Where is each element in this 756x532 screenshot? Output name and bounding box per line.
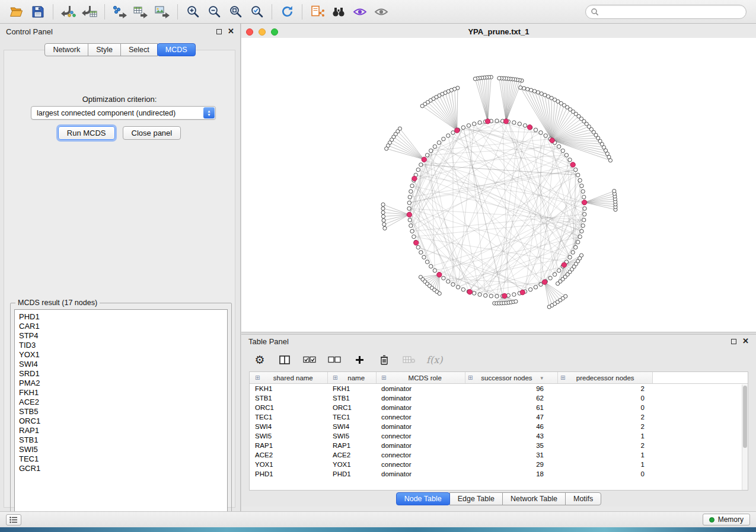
mcds-result-item[interactable]: FKH1 <box>15 388 227 398</box>
mcds-result-item[interactable]: STB5 <box>15 407 227 416</box>
tab-motifs[interactable]: Motifs <box>565 492 601 505</box>
column-header-MCDS-role[interactable]: ⊞MCDS role <box>377 372 465 383</box>
add-column-button[interactable] <box>352 352 367 367</box>
tab-network[interactable]: Network <box>44 43 88 56</box>
table-row[interactable]: ORC1ORC1dominator610 <box>250 403 748 412</box>
mcds-result-item[interactable]: SWI4 <box>15 360 227 369</box>
table-row[interactable]: STB1STB1dominator620 <box>250 393 748 403</box>
memory-button[interactable]: Memory <box>703 514 750 525</box>
show-columns-button[interactable] <box>277 352 292 367</box>
column-type-icon: ⊞ <box>468 374 473 381</box>
open-file-button[interactable] <box>6 2 27 21</box>
run-mcds-button[interactable]: Run MCDS <box>58 126 115 140</box>
close-panel-icon[interactable]: ✕ <box>228 28 234 34</box>
mcds-result-item[interactable]: TID3 <box>15 341 227 350</box>
export-network-icon <box>113 5 127 18</box>
mcds-result-list[interactable]: PHD1CAR1STP4TID3YOX1SWI4SRD1PMA2FKH1ACE2… <box>14 309 228 518</box>
search-input[interactable] <box>602 8 741 16</box>
import-network-from-file-button[interactable] <box>58 2 79 21</box>
table-cell: connector <box>377 450 465 460</box>
network-graph[interactable] <box>241 38 756 332</box>
mcds-result-item[interactable]: STB1 <box>15 435 227 445</box>
export-image-button[interactable] <box>152 2 173 21</box>
close-table-panel-icon[interactable]: ✕ <box>742 338 749 344</box>
mcds-result-item[interactable]: ORC1 <box>15 416 227 426</box>
column-header-label: MCDS role <box>387 374 462 382</box>
column-type-icon: ⊞ <box>381 374 386 381</box>
tab-mcds[interactable]: MCDS <box>157 43 196 56</box>
search-field[interactable] <box>585 5 747 19</box>
show-hide-button[interactable] <box>371 2 392 21</box>
table-row[interactable]: TEC1TEC1connector472 <box>250 412 748 422</box>
table-row[interactable]: RAP1RAP1dominator352 <box>250 441 748 450</box>
optimization-criterion-dropdown[interactable]: largest connected component (undirected)… <box>31 106 216 120</box>
zoom-selected-button[interactable] <box>246 2 267 21</box>
toolbar-separator <box>53 4 53 20</box>
zoom-in-button[interactable] <box>182 2 203 21</box>
table-cell: 61 <box>465 403 558 412</box>
mcds-result-item[interactable]: CAR1 <box>15 322 227 331</box>
close-window-icon[interactable] <box>246 28 253 36</box>
tab-style[interactable]: Style <box>88 43 121 56</box>
save-icon <box>31 5 44 18</box>
mcds-result-item[interactable]: STP4 <box>15 331 227 341</box>
mcds-result-item[interactable]: RAP1 <box>15 426 227 435</box>
toolbar-separator <box>177 4 178 20</box>
clone-network-button[interactable] <box>307 2 328 21</box>
table-row[interactable]: SWI4SWI4dominator462 <box>250 422 748 431</box>
mcds-result-item[interactable]: GCR1 <box>15 464 227 473</box>
column-header-shared-name[interactable]: ⊞shared name <box>250 372 328 383</box>
export-table-button[interactable] <box>130 2 152 21</box>
maximize-window-icon[interactable] <box>271 28 278 36</box>
float-panel-icon[interactable] <box>216 29 222 34</box>
mcds-result-item[interactable]: ACE2 <box>15 398 227 407</box>
tab-node-table[interactable]: Node Table <box>396 492 450 505</box>
save-session-button[interactable] <box>27 2 49 21</box>
table-row[interactable]: YOX1YOX1connector291 <box>250 460 748 469</box>
dropdown-stepper-icon[interactable]: ▲▼ <box>203 107 215 118</box>
column-header-name[interactable]: ⊞name <box>328 372 377 383</box>
table-row[interactable]: FKH1FKH1dominator962 <box>250 384 748 393</box>
table-row[interactable]: PHD1PHD1dominator180 <box>250 469 748 479</box>
mcds-result-item[interactable]: PHD1 <box>15 312 227 322</box>
column-header-label: predecessor nodes <box>566 374 644 382</box>
delete-column-button[interactable] <box>377 352 392 367</box>
zoom-fit-button[interactable] <box>225 2 246 21</box>
task-history-button[interactable] <box>6 514 21 525</box>
float-table-panel-icon[interactable] <box>731 339 736 344</box>
table-scrollbar[interactable] <box>742 384 748 490</box>
zoom-selected-icon <box>250 5 264 18</box>
network-canvas[interactable] <box>241 38 756 332</box>
column-header-successor-nodes[interactable]: ⊞successor nodes▾ <box>465 372 558 383</box>
mcds-result-item[interactable]: PMA2 <box>15 379 227 388</box>
zoom-out-button[interactable] <box>203 2 225 21</box>
import-table-from-file-button[interactable] <box>79 2 100 21</box>
mcds-result-item[interactable]: SWI5 <box>15 445 227 454</box>
select-all-columns-button[interactable] <box>302 352 317 367</box>
export-network-button[interactable] <box>109 2 130 21</box>
close-panel-button[interactable]: Close panel <box>123 126 181 140</box>
control-panel-title: Control Panel <box>6 27 53 36</box>
table-row[interactable]: SWI5SWI5connector431 <box>250 431 748 441</box>
tab-network-table[interactable]: Network Table <box>502 492 566 505</box>
mcds-result-item[interactable]: YOX1 <box>15 350 227 360</box>
open-folder-icon <box>9 5 24 18</box>
table-cell: 1 <box>558 450 653 460</box>
main-toolbar <box>0 0 756 24</box>
refresh-button[interactable] <box>276 2 298 21</box>
tab-edge-table[interactable]: Edge Table <box>449 492 503 505</box>
find-button[interactable] <box>328 2 349 21</box>
table-settings-button[interactable]: ⚙ <box>252 352 267 367</box>
tab-select[interactable]: Select <box>120 43 158 56</box>
minimize-window-icon[interactable] <box>259 28 266 36</box>
column-header-predecessor-nodes[interactable]: ⊞predecessor nodes <box>558 372 653 383</box>
network-window-titlebar[interactable]: YPA_prune.txt_1 <box>241 26 756 38</box>
table-row[interactable]: ACE2ACE2connector311 <box>250 450 748 460</box>
table-body: FKH1FKH1dominator962STB1STB1dominator620… <box>250 384 748 479</box>
mcds-result-item[interactable]: SRD1 <box>15 369 227 379</box>
deselect-all-columns-button[interactable] <box>327 352 342 367</box>
node-table[interactable]: ⊞shared name⊞name⊞MCDS role⊞successor no… <box>249 371 748 491</box>
filter-button[interactable] <box>349 2 371 21</box>
mcds-result-item[interactable]: TEC1 <box>15 454 227 464</box>
scrollbar-thumb[interactable] <box>743 386 747 448</box>
